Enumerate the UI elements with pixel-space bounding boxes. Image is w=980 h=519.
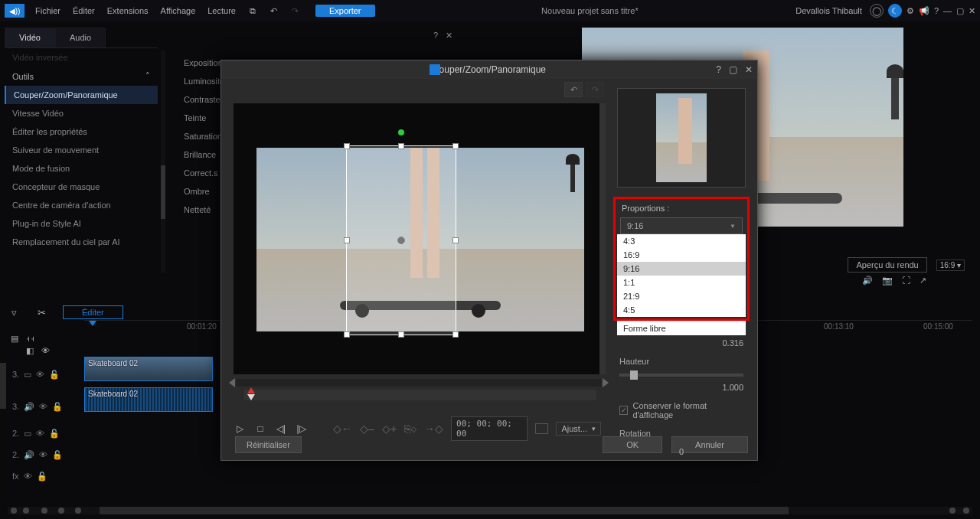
sidebar-item-blend[interactable]: Mode de fusion — [5, 159, 158, 178]
dialog-help-icon[interactable]: ? — [716, 64, 721, 75]
preview-vscroll[interactable] — [599, 103, 606, 374]
notifications-icon[interactable]: ☾ — [888, 4, 902, 18]
eye-icon[interactable]: 👁 — [39, 450, 47, 459]
kf-add-icon[interactable]: ◇+ — [382, 423, 397, 435]
dialog-maximize-icon[interactable]: ▢ — [729, 64, 737, 75]
lock-icon[interactable]: 🔓 — [52, 402, 63, 412]
redo-icon[interactable]: ↷ — [287, 2, 304, 19]
marker-icon[interactable]: ▿ — [8, 307, 20, 318]
lock-icon[interactable]: 🔓 — [52, 450, 63, 460]
zoom-dot[interactable] — [41, 508, 47, 514]
sidebar-item-properties[interactable]: Éditer les propriétés — [5, 122, 158, 141]
dialog-titlebar[interactable]: Couper/Zoom/Panoramique ? ▢ ✕ — [221, 60, 757, 79]
lock-icon[interactable]: 🔓 — [49, 370, 60, 380]
resize-handle[interactable] — [398, 143, 404, 149]
menu-extensions[interactable]: Extensions — [101, 6, 155, 15]
keyframe-timeline[interactable] — [244, 390, 596, 400]
sidebar-item-ai-style[interactable]: Plug-in de Style AI — [5, 214, 158, 233]
gear-icon[interactable]: ⚙ — [906, 6, 914, 16]
sidebar-item-mask[interactable]: Concepteur de masque — [5, 178, 158, 196]
popout-icon[interactable]: ↗ — [920, 276, 926, 286]
sidebar-item-crop-zoom-pan[interactable]: Couper/Zoom/Panoramique — [5, 86, 158, 104]
fx-item[interactable]: Correct.s — [181, 164, 227, 182]
timeline-clip[interactable]: Skateboard 02 — [84, 357, 213, 381]
zoom-dot[interactable] — [58, 508, 64, 514]
fx-item[interactable]: Brillance — [181, 145, 227, 164]
audio-icon[interactable]: 🔊 — [862, 276, 873, 286]
fx-item[interactable]: Netteté — [181, 201, 227, 219]
kf-playhead[interactable] — [247, 387, 255, 393]
fx-track-icon[interactable]: fx — [12, 472, 19, 481]
close-icon[interactable]: ✕ — [969, 6, 975, 16]
fx-item[interactable]: Ombre — [181, 182, 227, 201]
audio-track-icon[interactable]: 🔊 — [24, 402, 34, 412]
menu-editer[interactable]: Éditer — [67, 6, 101, 15]
proportions-option-9-16[interactable]: 9:16 — [617, 262, 746, 276]
undo-icon[interactable]: ↶ — [266, 2, 283, 19]
proportions-option-16-9[interactable]: 16:9 — [617, 248, 746, 262]
help-icon[interactable]: ? — [934, 6, 939, 15]
resize-handle[interactable] — [452, 143, 459, 149]
crop-preview[interactable] — [234, 103, 606, 374]
kf-toggle-icon[interactable]: ◇– — [360, 423, 374, 435]
audio-track-icon[interactable]: 🔊 — [24, 450, 34, 460]
keep-aspect-checkbox[interactable]: ✓Conserver le format d'affichage — [613, 397, 750, 424]
panel-close-icon[interactable]: ✕ — [446, 31, 452, 41]
zoom-in-icon[interactable] — [963, 508, 969, 514]
eye-icon[interactable]: 👁 — [24, 472, 32, 481]
proportions-option-1-1[interactable]: 1:1 — [617, 276, 746, 289]
crop-rectangle[interactable] — [347, 146, 456, 335]
sidebar-item-sky-ai[interactable]: Remplacement du ciel par AI — [5, 233, 158, 251]
zoom-dot[interactable] — [75, 508, 81, 514]
playhead-icon[interactable] — [89, 321, 96, 326]
resize-handle[interactable] — [344, 143, 350, 149]
zoom-out-icon[interactable] — [11, 508, 17, 514]
sidebar-item-motion-tracker[interactable]: Suiveur de mouvement — [5, 141, 158, 159]
proportions-option-21-9[interactable]: 21:9 — [617, 289, 746, 303]
aspect-ratio-select[interactable]: 16:9 ▾ — [936, 260, 965, 271]
snapshot-icon[interactable]: 📷 — [882, 276, 893, 286]
capture-icon[interactable]: ⧉ — [244, 2, 261, 19]
edit-clip-button[interactable]: Éditer — [63, 305, 123, 319]
eye-icon[interactable]: 👁 — [39, 402, 47, 411]
render-preview-button[interactable]: Aperçu du rendu — [848, 257, 926, 273]
user-avatar-icon[interactable]: ◯ — [870, 4, 884, 18]
center-handle[interactable] — [397, 237, 405, 244]
export-button[interactable]: Exporter — [315, 5, 375, 17]
timeline-hscroll[interactable] — [8, 507, 972, 514]
menu-fichier[interactable]: Fichier — [29, 6, 67, 15]
user-name[interactable]: Devallois Thibault — [795, 6, 862, 15]
fx-item[interactable]: Saturation — [181, 127, 227, 145]
resize-handle[interactable] — [452, 237, 459, 243]
proportions-select[interactable]: 9:16 — [620, 217, 743, 234]
kf-copy-icon[interactable]: ⎘◇ — [404, 423, 416, 435]
cut-icon[interactable]: ✂ — [35, 307, 47, 318]
timeline-clip-audio[interactable]: Skateboard 02 — [84, 387, 213, 412]
resize-handle[interactable] — [344, 237, 350, 243]
sidebar-item-speed[interactable]: Vitesse Vidéo — [5, 104, 158, 122]
dialog-redo-icon[interactable]: ↷ — [586, 82, 604, 97]
dialog-undo-icon[interactable]: ↶ — [564, 82, 583, 97]
kf-prev-icon[interactable]: ◇← — [333, 423, 352, 435]
rotate-handle[interactable] — [398, 129, 404, 135]
kf-next-icon[interactable]: →◇ — [424, 423, 443, 435]
menu-affichage[interactable]: Affichage — [155, 6, 202, 15]
proportions-option-4-5[interactable]: 4:5 — [617, 303, 746, 317]
proportions-option-4-3[interactable]: 4:3 — [617, 234, 746, 248]
zoom-fit-icon[interactable] — [949, 508, 956, 514]
lock-icon[interactable]: 🔓 — [37, 472, 47, 481]
resize-handle[interactable] — [398, 331, 404, 338]
timeline-vscroll[interactable] — [0, 340, 6, 501]
lock-icon[interactable]: 🔓 — [49, 429, 60, 439]
fx-item[interactable]: Contraste — [181, 90, 227, 109]
fullscreen-icon[interactable]: ⛶ — [902, 276, 910, 286]
fx-item[interactable]: Luminosité — [181, 72, 227, 90]
sidebar-item-action-cam[interactable]: Centre de caméra d'action — [5, 196, 158, 214]
resize-handle[interactable] — [452, 331, 459, 338]
fx-item[interactable]: Teinte — [181, 109, 227, 127]
video-track-icon[interactable]: ▭ — [24, 370, 31, 380]
reset-button[interactable]: Réinitialiser — [235, 436, 302, 453]
panel-help-icon[interactable]: ? — [433, 31, 438, 41]
left-scrollbar[interactable] — [161, 51, 165, 273]
zoom-dot[interactable] — [23, 508, 29, 514]
